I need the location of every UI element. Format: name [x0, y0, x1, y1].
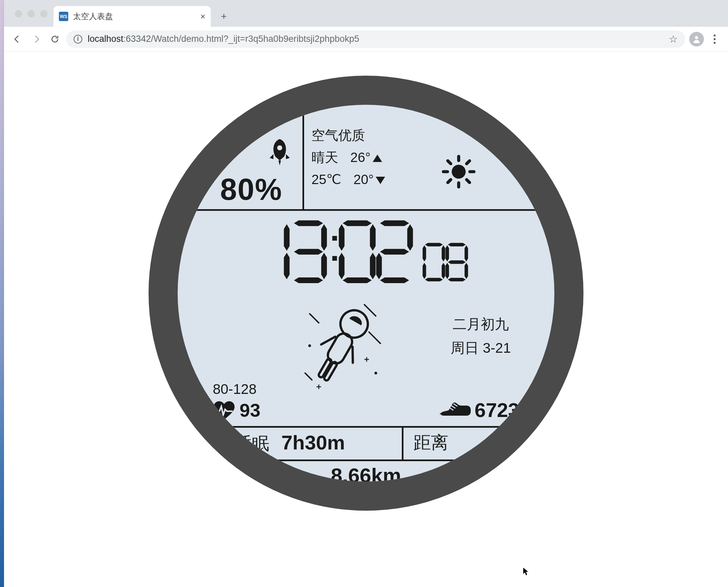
- svg-marker-38: [465, 245, 468, 261]
- tabstrip: WS 太空人表盘 × +: [4, 0, 728, 27]
- svg-line-51: [364, 305, 376, 316]
- svg-marker-15: [321, 253, 327, 279]
- svg-marker-29: [376, 253, 382, 279]
- weather-cell: 空气优质 晴天 26° 25℃ 20°: [312, 124, 439, 190]
- air-quality: 空气优质: [312, 124, 439, 146]
- steps-value: 6723: [475, 399, 519, 422]
- traffic-minimize-icon[interactable]: [27, 10, 35, 17]
- new-tab-button[interactable]: +: [215, 8, 232, 25]
- profile-avatar[interactable]: [689, 32, 704, 47]
- svg-marker-42: [446, 245, 449, 261]
- svg-marker-16: [294, 277, 323, 283]
- page-content: 80% 空气优质 晴天 26° 25℃ 20°: [4, 51, 728, 587]
- svg-point-54: [308, 344, 311, 347]
- browser-window: WS 太空人表盘 × + i localhost:63342/Watch/dem…: [4, 0, 728, 587]
- svg-rect-18: [332, 236, 337, 241]
- lunar-date: 二月初九: [451, 312, 511, 336]
- battery-cell: 80%: [201, 140, 301, 207]
- favicon-icon: WS: [59, 12, 68, 21]
- sleep-label: 睡眠: [235, 432, 269, 455]
- temp-current: 25℃: [312, 168, 342, 190]
- triangle-down-icon: [376, 177, 385, 184]
- svg-marker-33: [442, 263, 445, 279]
- svg-marker-39: [465, 263, 468, 279]
- time-display: [178, 219, 554, 286]
- svg-marker-14: [321, 224, 327, 251]
- svg-line-52: [369, 332, 381, 343]
- weekday-date: 周日 3-21: [451, 336, 511, 360]
- svg-marker-25: [339, 224, 345, 251]
- svg-point-44: [336, 305, 373, 343]
- address-bar[interactable]: i localhost:63342/Watch/demo.html?_ijt=r…: [66, 30, 685, 48]
- svg-marker-35: [422, 263, 426, 279]
- bookmark-star-icon[interactable]: ☆: [669, 33, 678, 45]
- svg-marker-28: [380, 277, 409, 283]
- site-info-icon[interactable]: i: [74, 35, 82, 44]
- svg-line-50: [310, 314, 319, 323]
- watch: 80% 空气优质 晴天 26° 25℃ 20°: [149, 76, 583, 511]
- svg-point-0: [695, 36, 698, 39]
- svg-point-55: [374, 372, 377, 375]
- svg-line-7: [448, 161, 451, 164]
- triangle-up-icon: [373, 155, 382, 162]
- divider: [278, 460, 280, 482]
- svg-marker-40: [448, 278, 466, 281]
- svg-marker-41: [446, 263, 449, 279]
- url-text: localhost:63342/Watch/demo.html?_ijt=r3q…: [88, 34, 663, 44]
- svg-marker-43: [448, 260, 466, 264]
- svg-marker-20: [343, 220, 372, 226]
- svg-marker-23: [343, 277, 372, 283]
- heart-rate-block: 80-128 93: [213, 381, 260, 421]
- person-icon: [692, 34, 701, 44]
- temp-low: 20°: [354, 172, 374, 187]
- hr-range: 80-128: [213, 381, 260, 397]
- hr-value: 93: [240, 399, 260, 421]
- divider: [302, 105, 304, 209]
- sun-icon: [442, 155, 476, 188]
- date-block: 二月初九 周日 3-21: [451, 312, 511, 360]
- forward-button[interactable]: [29, 32, 44, 47]
- browser-menu-button[interactable]: [707, 32, 722, 47]
- heart-icon: [213, 400, 236, 420]
- distance-label: 距离: [414, 431, 448, 454]
- svg-point-1: [277, 145, 282, 150]
- shoe-icon: [439, 401, 471, 420]
- browser-tab[interactable]: WS 太空人表盘 ×: [53, 6, 211, 27]
- sleep-cell: 睡眠 7h30m: [235, 431, 345, 455]
- svg-marker-22: [370, 253, 376, 279]
- svg-line-10: [467, 161, 470, 164]
- desktop-background: [0, 0, 4, 587]
- astronaut-icon: [295, 296, 388, 396]
- traffic-zoom-icon[interactable]: [40, 10, 48, 17]
- svg-marker-26: [380, 220, 409, 226]
- traffic-close-icon[interactable]: [15, 10, 22, 17]
- svg-marker-31: [425, 243, 443, 246]
- svg-line-9: [448, 180, 451, 183]
- svg-rect-19: [332, 256, 337, 261]
- temp-high: 26°: [350, 150, 371, 165]
- time-digits: [249, 219, 483, 286]
- watch-dial: 80% 空气优质 晴天 26° 25℃ 20°: [178, 105, 554, 482]
- svg-marker-37: [448, 243, 466, 246]
- svg-marker-12: [284, 253, 289, 279]
- svg-marker-36: [422, 245, 426, 261]
- steps-block: 6723: [439, 399, 519, 422]
- battery-value: 80%: [201, 172, 301, 207]
- arrow-right-icon: [31, 34, 41, 44]
- sleep-value: 7h30m: [281, 431, 345, 454]
- back-button[interactable]: [10, 32, 25, 47]
- svg-rect-45: [325, 331, 355, 367]
- reload-button[interactable]: [48, 32, 62, 47]
- svg-line-8: [467, 180, 470, 183]
- tab-title: 太空人表盘: [73, 11, 196, 22]
- svg-marker-27: [407, 224, 413, 251]
- window-controls[interactable]: [10, 10, 53, 27]
- arrow-left-icon: [13, 34, 22, 44]
- svg-marker-21: [370, 224, 376, 251]
- watch-bezel: 80% 空气优质 晴天 26° 25℃ 20°: [149, 76, 583, 511]
- close-tab-icon[interactable]: ×: [200, 11, 205, 22]
- distance-value: 8.66km: [178, 464, 554, 482]
- svg-marker-34: [425, 278, 443, 281]
- weather-condition: 晴天: [312, 146, 338, 168]
- toolbar: i localhost:63342/Watch/demo.html?_ijt=r…: [4, 27, 728, 51]
